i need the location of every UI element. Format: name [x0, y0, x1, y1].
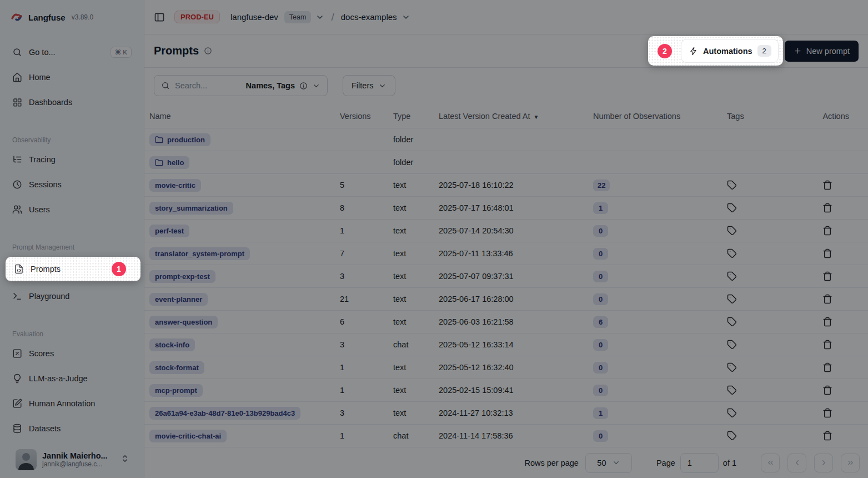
- sidebar-item-label: Prompts: [31, 265, 61, 273]
- tutorial-dim-overlay: [0, 0, 868, 478]
- tutorial-spotlight-automations: 2 Automations 2: [648, 36, 783, 66]
- zap-icon: [689, 47, 698, 56]
- tutorial-spotlight-prompts: Prompts 1: [6, 257, 141, 281]
- langfuse-app-window: Langfuse v3.89.0 Go to... ⌘ K Home Dashb…: [0, 0, 868, 478]
- prompts-file-code-icon: [14, 264, 24, 274]
- tutorial-step-2-badge: 2: [658, 44, 672, 58]
- automations-button[interactable]: Automations 2: [681, 39, 779, 63]
- automations-label: Automations: [703, 47, 752, 56]
- tutorial-step-1-badge: 1: [112, 262, 126, 276]
- automations-count-badge: 2: [757, 45, 771, 57]
